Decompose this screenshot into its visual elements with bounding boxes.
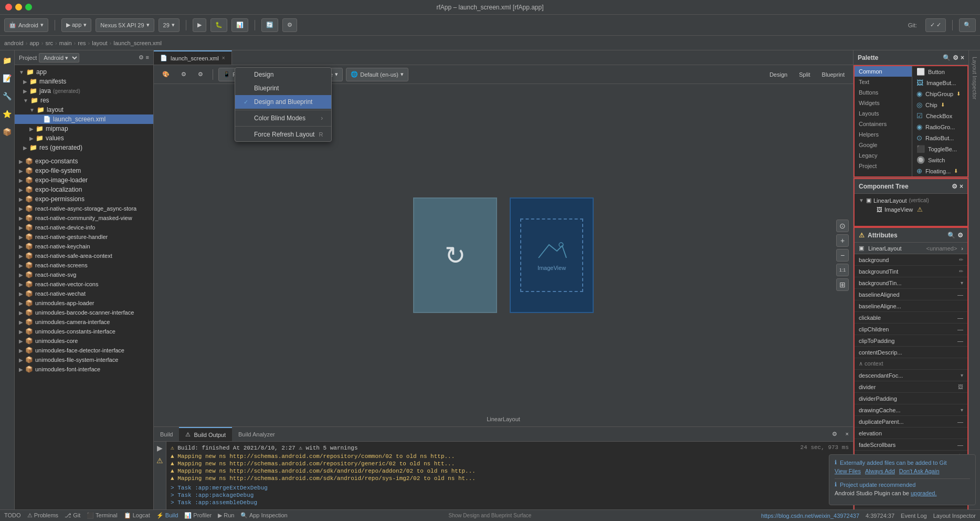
- attr-row-background[interactable]: background ✏: [855, 254, 967, 266]
- attr-row-clickable[interactable]: clickable —: [855, 312, 967, 324]
- attr-row-drawingcache[interactable]: drawingCache... ▾: [855, 404, 967, 416]
- tree-item-unimodules-constants[interactable]: ▶ 📦 unimodules-constants-interface: [15, 327, 153, 336]
- todo-btn[interactable]: TODO: [4, 512, 21, 519]
- designer-settings[interactable]: ⚙: [194, 68, 207, 81]
- gear-icon[interactable]: ≡: [146, 54, 149, 61]
- palette-item-switch[interactable]: 🔘 Switch: [912, 154, 967, 165]
- blueprint-mode-btn[interactable]: Blueprint: [818, 68, 849, 81]
- sync-button[interactable]: 🔄: [261, 18, 278, 32]
- tree-item-values[interactable]: ▶ 📁 values: [15, 133, 153, 143]
- attr-row-fadescrollbars[interactable]: fadeScrollbars —: [855, 439, 967, 451]
- menu-design[interactable]: Design: [235, 68, 331, 81]
- comp-node-imageview[interactable]: 🖼 ImageView ⚠: [859, 205, 963, 214]
- settings-button[interactable]: ⚙: [282, 18, 297, 32]
- palette-toggle[interactable]: 🎨: [158, 68, 174, 81]
- attr-row-descendantfoc[interactable]: descendantFoc... ▾: [855, 370, 967, 381]
- attr-row-baselinealignedchi[interactable]: baselineAligne...: [855, 300, 967, 312]
- tree-item-rn-safe-area[interactable]: ▶ 📦 react-native-safe-area-context: [15, 251, 153, 260]
- bottom-run-icon[interactable]: ▶: [157, 444, 163, 452]
- minimize-button[interactable]: [15, 4, 22, 11]
- maximize-button[interactable]: [25, 4, 32, 11]
- attr-row-contentdescrip[interactable]: contentDescrip...: [855, 347, 967, 358]
- tree-item-app[interactable]: ▼ 📁 app: [15, 67, 153, 77]
- breadcrumb-item[interactable]: layout: [92, 40, 107, 46]
- layout-inspector-btn[interactable]: Layout Inspector: [933, 513, 976, 519]
- git-status[interactable]: ✓ ✓: [925, 18, 946, 32]
- palette-cat-widgets[interactable]: Widgets: [855, 98, 912, 108]
- palette-cat-containers[interactable]: Containers: [855, 119, 912, 129]
- attr-search-icon[interactable]: 🔍: [947, 232, 955, 239]
- tree-item-rn-wechat[interactable]: ▶ 📦 react-native-wechat: [15, 289, 153, 298]
- palette-cat-project[interactable]: Project: [855, 161, 912, 171]
- palette-item-radiogro[interactable]: ◉ RadioGro...: [912, 121, 967, 132]
- run-status-btn[interactable]: ▶ Run: [218, 512, 234, 519]
- tree-item-rn-keychain[interactable]: ▶ 📦 react-native-keychain: [15, 242, 153, 251]
- debug-button[interactable]: 🐛: [210, 18, 227, 32]
- locale-select[interactable]: 🌐 Default (en-us) ▾: [346, 68, 408, 81]
- comp-tree-close-icon[interactable]: ×: [960, 183, 963, 190]
- terminal-btn[interactable]: ⬛ Terminal: [87, 512, 117, 519]
- design-mode-btn[interactable]: Design: [765, 68, 792, 81]
- structure-icon[interactable]: 🔧: [2, 90, 13, 102]
- attr-row-clipchildren[interactable]: clipChildren —: [855, 324, 967, 335]
- build-variants-icon[interactable]: 📦: [2, 126, 13, 138]
- tree-item-rn-community[interactable]: ▶ 📦 react-native-community_masked-view: [15, 213, 153, 223]
- tree-item-expo-localization[interactable]: ▶ 📦 expo-localization: [15, 185, 153, 194]
- view-files-link[interactable]: View Files: [835, 468, 853, 474]
- breadcrumb-item[interactable]: main: [59, 40, 72, 46]
- attr-row-cliptopadding[interactable]: clipToPadding —: [855, 335, 967, 347]
- tree-item-res-generated[interactable]: ▶ 📁 res (generated): [15, 143, 153, 152]
- app-inspection-btn[interactable]: 🔍 App Inspection: [240, 512, 287, 519]
- menu-color-blind[interactable]: Color Blind Modes ›: [235, 111, 331, 125]
- layout-inspector-label[interactable]: Layout Inspector: [970, 53, 980, 103]
- event-log-btn[interactable]: Event Log: [901, 513, 927, 519]
- breadcrumb-item[interactable]: launch_screen.xml: [113, 40, 162, 46]
- tree-item-rn-vector[interactable]: ▶ 📦 react-native-vector-icons: [15, 279, 153, 289]
- palette-cat-text[interactable]: Text: [855, 77, 912, 87]
- attr-row-divider[interactable]: divider 🖼: [855, 381, 967, 393]
- tree-item-mipmap[interactable]: ▶ 📁 mipmap: [15, 124, 153, 133]
- project-view-select[interactable]: Android ▾: [39, 53, 79, 62]
- zoom-expand-btn[interactable]: ⊞: [836, 278, 849, 291]
- bottom-warning-icon[interactable]: ⚠: [156, 456, 163, 465]
- attr-settings-icon[interactable]: ⚙: [957, 232, 963, 239]
- favorites-icon[interactable]: ⭐: [2, 108, 13, 120]
- palette-close-icon[interactable]: ×: [961, 54, 964, 61]
- tab-build-analyzer[interactable]: Build Analyzer: [232, 427, 281, 441]
- tree-item-expo-constants[interactable]: ▶ 📦 expo-constants: [15, 157, 153, 166]
- logcat-btn[interactable]: 📋 Logcat: [124, 512, 150, 519]
- palette-item-chipgroup[interactable]: ◉ ChipGroup ⬇: [912, 88, 967, 99]
- zoom-in-btn[interactable]: +: [836, 234, 849, 247]
- tree-item-rn-gesture[interactable]: ▶ 📦 react-native-gesture-handler: [15, 232, 153, 242]
- palette-settings-icon[interactable]: ⚙: [953, 54, 958, 61]
- menu-design-blueprint[interactable]: ✓ Design and Blueprint: [235, 95, 331, 109]
- menu-force-refresh[interactable]: Force Refresh Layout R: [235, 128, 331, 141]
- tree-item-java[interactable]: ▶ 📁 java (generated): [15, 86, 153, 96]
- tree-item-launch-screen[interactable]: 📄 launch_screen.xml: [15, 114, 153, 124]
- attr-row-baselinealigned[interactable]: baselineAligned —: [855, 289, 967, 300]
- tree-item-expo-image-loader[interactable]: ▶ 📦 expo-image-loader: [15, 175, 153, 185]
- tree-item-res[interactable]: ▼ 📁 res: [15, 96, 153, 105]
- bottom-settings-btn[interactable]: ⚙: [828, 427, 841, 441]
- palette-cat-legacy[interactable]: Legacy: [855, 150, 912, 161]
- tree-item-unimodules-font[interactable]: ▶ 📦 unimodules-font-interface: [15, 364, 153, 374]
- breadcrumb-item[interactable]: res: [78, 40, 86, 46]
- zoom-percent-btn[interactable]: 1:1: [836, 264, 849, 276]
- tree-item-expo-file-system[interactable]: ▶ 📦 expo-file-system: [15, 166, 153, 175]
- attr-row-elevation[interactable]: elevation: [855, 428, 967, 439]
- profile-button[interactable]: 📊: [231, 18, 248, 32]
- split-mode-btn[interactable]: Split: [795, 68, 814, 81]
- project-icon[interactable]: 📁: [2, 55, 13, 66]
- close-button[interactable]: [5, 4, 12, 11]
- tree-item-rn-device-info[interactable]: ▶ 📦 react-native-device-info: [15, 223, 153, 232]
- run-button[interactable]: ▶: [193, 18, 206, 32]
- tree-item-rn-svg[interactable]: ▶ 📦 react-native-svg: [15, 270, 153, 279]
- tree-item-expo-permissions[interactable]: ▶ 📦 expo-permissions: [15, 194, 153, 204]
- tab-close-btn[interactable]: ×: [222, 55, 225, 61]
- palette-item-button[interactable]: ⬜ Button: [912, 66, 967, 77]
- palette-item-imagebut[interactable]: 🖼 ImageBut...: [912, 77, 967, 88]
- breadcrumb-item[interactable]: src: [45, 40, 53, 46]
- commit-icon[interactable]: 📝: [2, 72, 13, 84]
- comp-tree-settings-icon[interactable]: ⚙: [952, 183, 957, 190]
- api-btn[interactable]: 29 ▾: [159, 18, 180, 32]
